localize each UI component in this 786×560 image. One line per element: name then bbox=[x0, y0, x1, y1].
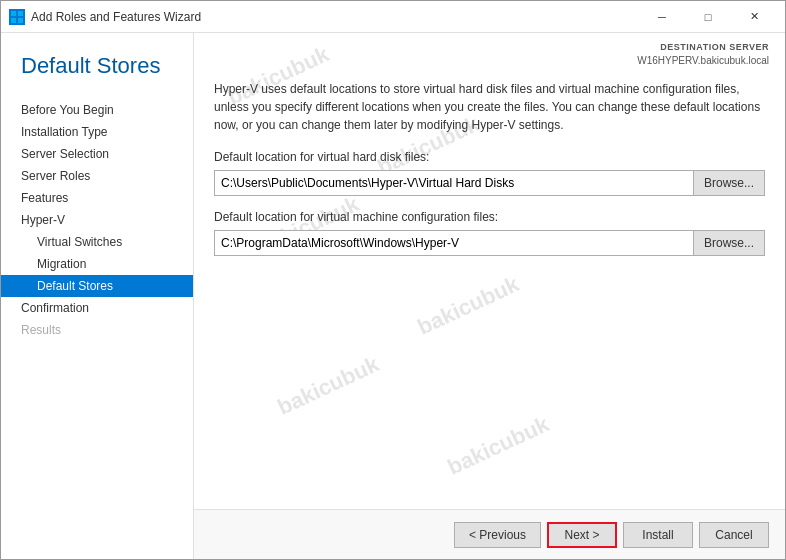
app-icon bbox=[9, 9, 25, 25]
cancel-button[interactable]: Cancel bbox=[699, 522, 769, 548]
description-text: Hyper-V uses default locations to store … bbox=[214, 80, 765, 134]
sidebar-item-results: Results bbox=[1, 319, 193, 341]
wizard-window: Add Roles and Features Wizard ─ □ ✕ Defa… bbox=[0, 0, 786, 560]
wizard-content: Default Stores Before You Begin Installa… bbox=[1, 33, 785, 559]
sidebar-title: Default Stores bbox=[1, 33, 193, 95]
vhd-input-row: Browse... bbox=[214, 170, 765, 196]
footer: < Previous Next > Install Cancel bbox=[194, 509, 785, 559]
sidebar-nav: Before You Begin Installation Type Serve… bbox=[1, 95, 193, 345]
server-label: DESTINATION SERVER bbox=[210, 41, 769, 54]
sidebar-item-server-selection[interactable]: Server Selection bbox=[1, 143, 193, 165]
maximize-button[interactable]: □ bbox=[685, 7, 731, 27]
sidebar-item-migration[interactable]: Migration bbox=[1, 253, 193, 275]
vm-input-row: Browse... bbox=[214, 230, 765, 256]
svg-rect-0 bbox=[11, 11, 16, 16]
vhd-label: Default location for virtual hard disk f… bbox=[214, 150, 765, 164]
sidebar-item-installation-type[interactable]: Installation Type bbox=[1, 121, 193, 143]
sidebar-item-server-roles[interactable]: Server Roles bbox=[1, 165, 193, 187]
vm-path-input[interactable] bbox=[214, 230, 694, 256]
close-button[interactable]: ✕ bbox=[731, 7, 777, 27]
server-name: W16HYPERV.bakicubuk.local bbox=[210, 54, 769, 68]
main-content: Hyper-V uses default locations to store … bbox=[194, 72, 785, 509]
install-button[interactable]: Install bbox=[623, 522, 693, 548]
sidebar: Default Stores Before You Begin Installa… bbox=[1, 33, 194, 559]
server-info: DESTINATION SERVER W16HYPERV.bakicubuk.l… bbox=[194, 33, 785, 72]
window-controls: ─ □ ✕ bbox=[639, 7, 777, 27]
vm-browse-button[interactable]: Browse... bbox=[694, 230, 765, 256]
sidebar-item-features[interactable]: Features bbox=[1, 187, 193, 209]
main-area: bakicubuk bakicubuk bakicubuk bakicubuk … bbox=[194, 33, 785, 559]
svg-rect-2 bbox=[11, 18, 16, 23]
sidebar-item-default-stores[interactable]: Default Stores bbox=[1, 275, 193, 297]
next-button[interactable]: Next > bbox=[547, 522, 617, 548]
sidebar-item-virtual-switches[interactable]: Virtual Switches bbox=[1, 231, 193, 253]
previous-button[interactable]: < Previous bbox=[454, 522, 541, 548]
window-title: Add Roles and Features Wizard bbox=[31, 10, 639, 24]
vm-label: Default location for virtual machine con… bbox=[214, 210, 765, 224]
minimize-button[interactable]: ─ bbox=[639, 7, 685, 27]
vhd-browse-button[interactable]: Browse... bbox=[694, 170, 765, 196]
svg-rect-1 bbox=[18, 11, 23, 16]
sidebar-item-before-you-begin[interactable]: Before You Begin bbox=[1, 99, 193, 121]
title-bar: Add Roles and Features Wizard ─ □ ✕ bbox=[1, 1, 785, 33]
sidebar-item-confirmation[interactable]: Confirmation bbox=[1, 297, 193, 319]
vhd-path-input[interactable] bbox=[214, 170, 694, 196]
svg-rect-3 bbox=[18, 18, 23, 23]
sidebar-item-hyper-v[interactable]: Hyper-V bbox=[1, 209, 193, 231]
